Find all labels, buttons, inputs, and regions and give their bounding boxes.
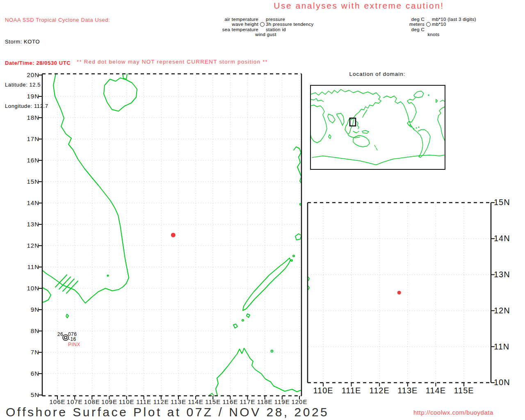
axis-label: 111E	[134, 398, 154, 405]
main-map-gridlines	[38, 75, 301, 399]
axis-label: 112E	[151, 398, 171, 405]
axis-label: 18N	[22, 114, 39, 121]
axis-label: 11N	[494, 342, 519, 352]
station-model-legend: air temperature pressure wave height 3h …	[180, 17, 314, 32]
inset-title: Location of domain:	[316, 71, 439, 77]
axis-label: 106E	[48, 398, 67, 405]
cyclone-info-title: NOAA SSD Tropical Cyclone Data Used:	[5, 16, 110, 24]
unit-tendency: mb*10	[432, 22, 476, 27]
islet	[271, 350, 273, 352]
unit-deg-c-sea: deg C	[353, 27, 425, 32]
island	[66, 314, 68, 318]
units-legend: deg C mb*10 (last 3 digits) meters mb*10…	[353, 17, 476, 32]
legend-air-temperature: air temperature	[180, 17, 258, 22]
axis-label: 10N	[494, 378, 519, 387]
axis-label: 10N	[22, 285, 39, 292]
station-air-temperature: 26	[52, 331, 63, 337]
axis-label: 7N	[22, 349, 39, 356]
islet	[247, 314, 250, 317]
mindoro-island	[295, 234, 301, 240]
islet	[210, 393, 214, 395]
legend-sea-temperature: sea temperature	[180, 27, 258, 32]
coastline	[42, 270, 69, 288]
axis-label: 113E	[394, 386, 421, 395]
axis-label: 15N	[22, 178, 39, 185]
unit-knots: knots	[406, 32, 461, 37]
luzon-coast	[294, 147, 301, 183]
axis-label: 110E	[310, 386, 337, 395]
axis-label: 15N	[494, 198, 519, 207]
buoy-plot-page: NOAA SSD Tropical Cyclone Data Used: Sto…	[0, 0, 525, 420]
axis-label: 114E	[186, 398, 205, 405]
axis-label: 113E	[169, 398, 188, 405]
axis-label: 6N	[22, 370, 39, 377]
sub-map-coast-fragments	[308, 277, 309, 290]
coastline	[53, 74, 129, 303]
axis-label: 8N	[22, 327, 39, 334]
axis-label: 118E	[255, 398, 275, 405]
islet	[233, 324, 237, 328]
borneo-coast	[216, 348, 301, 396]
unit-deg-c-air: deg C	[353, 17, 425, 22]
axis-label: 112E	[366, 386, 393, 395]
axis-label: 115E	[450, 386, 477, 395]
coastline	[123, 74, 127, 79]
station-pressure-tendency: -16	[68, 336, 76, 342]
axis-label: 120E	[290, 398, 309, 405]
plot-title: Offshore Surface Plot at 07Z / NOV 28, 2…	[6, 405, 329, 419]
station-circle-icon	[426, 22, 431, 27]
storm-position-dot	[171, 233, 176, 237]
world-inset-map	[310, 85, 445, 169]
legend-wind-gust: wind gust	[230, 32, 302, 37]
palawan-island	[243, 258, 290, 310]
axis-label: 116E	[220, 398, 240, 405]
axis-label: 109E	[99, 398, 119, 405]
coastline	[42, 288, 51, 302]
axis-label: 117E	[238, 398, 258, 405]
axis-label: 13N	[22, 221, 39, 228]
legend-station-id: station id	[266, 27, 314, 32]
islet	[107, 275, 109, 276]
station-id-label: PINX	[68, 342, 80, 347]
station-circle-icon	[260, 22, 265, 27]
hainan-island	[104, 78, 137, 111]
caution-headline: Use analyses with extreme caution!	[254, 1, 463, 11]
islet	[291, 260, 292, 261]
legend-wave-height: wave height	[180, 22, 258, 27]
islet	[242, 320, 244, 321]
axis-label: 14N	[494, 234, 519, 243]
axis-label: 16N	[22, 157, 39, 164]
axis-label: 107E	[65, 398, 84, 405]
axis-label: 19N	[22, 93, 39, 100]
axis-label: 11N	[22, 263, 39, 270]
axis-label: 111E	[338, 386, 365, 395]
axis-label: 108E	[82, 398, 102, 405]
zoomed-domain-map	[308, 203, 491, 383]
axis-label: 114E	[422, 386, 449, 395]
station-plot-symbol	[63, 335, 68, 340]
world-coastlines	[310, 89, 445, 165]
axis-label: 110E	[117, 398, 137, 405]
legend-pressure-tendency: 3h pressure tendency	[266, 22, 314, 27]
main-map	[42, 74, 301, 396]
unit-pressure: mb*10 (last 3 digits)	[432, 17, 476, 22]
axis-label: 20N	[22, 71, 39, 78]
storm-position-warning: ** Red dot below may NOT represent CURRE…	[45, 59, 299, 65]
axis-label: 17N	[22, 135, 39, 142]
axis-label: 9N	[22, 306, 39, 313]
source-url: http://coolwx.com/buoydata	[413, 409, 493, 416]
storm-name-line: Storm: KOTO	[5, 38, 110, 46]
axis-label: 12N	[22, 242, 39, 249]
mekong-channels	[55, 275, 78, 293]
axis-label: 115E	[203, 398, 223, 405]
axis-label: 12N	[494, 306, 519, 315]
islet	[293, 255, 294, 257]
storm-position-dot	[397, 291, 401, 294]
axis-label: 119E	[272, 398, 292, 405]
legend-pressure: pressure	[266, 17, 314, 22]
axis-label: 14N	[22, 199, 39, 206]
axis-label: 5N	[22, 391, 39, 398]
unit-meters: meters	[353, 22, 425, 27]
axis-label: 13N	[494, 270, 519, 279]
sub-map-gridlines	[308, 203, 495, 386]
